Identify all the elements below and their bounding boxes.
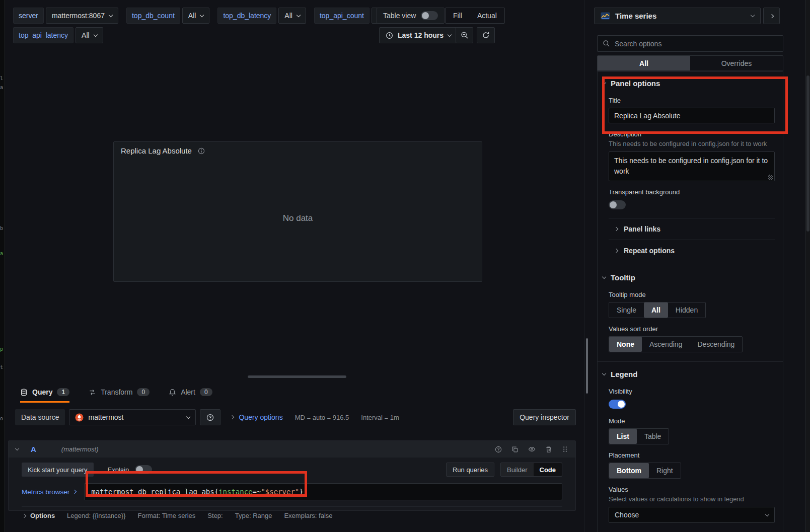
drag-grip-icon[interactable] xyxy=(562,446,568,452)
grafana-panel-editor: l a b a p t o server mattermost:8067 top… xyxy=(0,0,810,532)
table-view-switch[interactable] xyxy=(421,11,438,20)
chevron-down-icon xyxy=(751,13,755,17)
zoom-out-button[interactable] xyxy=(456,27,473,43)
query-editor-card: A (mattermost) xyxy=(8,440,576,511)
code-option[interactable]: Code xyxy=(534,463,562,476)
legend-mode-list[interactable]: List xyxy=(609,429,637,444)
options-search-input[interactable] xyxy=(615,40,778,48)
transform-count-badge: 0 xyxy=(137,388,150,396)
fill-actual-group: Fill Actual xyxy=(445,8,505,24)
query-expression-row: Metrics browser mattermost_db_replica_la… xyxy=(22,483,562,500)
chevron-down-icon xyxy=(186,414,190,418)
tab-alert[interactable]: Alert 0 xyxy=(169,386,212,403)
variable-top-db-latency-value-dropdown[interactable]: All xyxy=(278,8,306,24)
transparent-background-switch[interactable] xyxy=(609,200,626,209)
query-options-toggle[interactable]: Query options MD = auto = 916.5 Interval… xyxy=(231,413,399,421)
datasource-row: Data source mattermost Query options MD … xyxy=(15,409,576,425)
panel-options-header[interactable]: Panel options xyxy=(601,71,775,90)
transform-icon xyxy=(89,389,96,396)
edge-glyph: b xyxy=(0,225,3,231)
dashboard-variables-row-2: top_api_latency All xyxy=(13,27,103,43)
datasource-picker[interactable]: mattermost xyxy=(69,409,196,425)
question-circle-icon xyxy=(206,414,214,421)
sort-descending[interactable]: Descending xyxy=(690,337,742,352)
run-queries-button[interactable]: Run queries xyxy=(446,463,494,477)
collapse-chevron-icon[interactable] xyxy=(15,446,19,450)
actual-button[interactable]: Actual xyxy=(470,8,504,23)
legend-mode-table[interactable]: Table xyxy=(637,429,669,444)
variable-top-api-count-label[interactable]: top_api_count xyxy=(314,8,370,24)
placement-bottom[interactable]: Bottom xyxy=(609,463,649,478)
tooltip-mode-single[interactable]: Single xyxy=(609,302,644,318)
sort-none[interactable]: None xyxy=(609,337,642,352)
editor-resize-handle[interactable] xyxy=(248,375,346,378)
title-label: Title xyxy=(609,97,775,104)
tab-query[interactable]: Query 1 xyxy=(20,386,69,403)
legend-visibility-switch[interactable] xyxy=(609,400,626,409)
placement-right[interactable]: Right xyxy=(649,463,681,478)
time-range-picker[interactable]: Last 12 hours xyxy=(379,27,458,43)
variable-top-api-latency-label[interactable]: top_api_latency xyxy=(13,27,73,43)
edge-glyph: p xyxy=(0,346,3,352)
variable-top-db-count-value-dropdown[interactable]: All xyxy=(182,8,210,24)
eye-icon[interactable] xyxy=(528,445,536,453)
sort-ascending[interactable]: Ascending xyxy=(642,337,690,352)
table-view-toggle[interactable]: Table view xyxy=(377,8,445,24)
search-icon xyxy=(603,40,610,47)
tooltip-mode-hidden[interactable]: Hidden xyxy=(668,302,705,318)
tab-transform[interactable]: Transform 0 xyxy=(89,386,150,403)
datasource-help-button[interactable] xyxy=(200,409,220,425)
legend-values-label: Values xyxy=(609,486,775,493)
info-icon[interactable] xyxy=(198,147,205,155)
duplicate-icon[interactable] xyxy=(511,446,519,453)
fill-button[interactable]: Fill xyxy=(446,8,470,23)
variable-top-db-count-label[interactable]: top_db_count xyxy=(126,8,180,24)
legend-header[interactable]: Legend xyxy=(601,362,775,381)
variable-top-db-count: top_db_count All xyxy=(126,8,209,24)
repeat-options-row[interactable]: Repeat options xyxy=(609,240,775,256)
clock-icon xyxy=(386,32,393,39)
chevron-right-icon xyxy=(614,249,618,253)
panel-header[interactable]: Replica Lag Absolute xyxy=(114,142,482,160)
option-format: Format: Time series xyxy=(138,512,196,519)
help-circle-icon[interactable] xyxy=(495,446,502,453)
variable-server-label: server xyxy=(13,8,44,24)
query-inspector-button[interactable]: Query inspector xyxy=(513,409,576,425)
options-search[interactable] xyxy=(597,35,783,52)
chevron-right-icon xyxy=(230,415,234,419)
no-data-text: No data xyxy=(114,213,482,223)
legend-visibility-label: Visibility xyxy=(609,388,775,395)
refresh-button[interactable] xyxy=(477,27,495,43)
variable-top-api-latency-value-dropdown[interactable]: All xyxy=(76,27,103,43)
textarea-resize-grip[interactable] xyxy=(768,175,773,180)
explain-switch[interactable] xyxy=(135,465,152,474)
chevron-right-icon xyxy=(72,490,77,494)
tooltip-mode-all[interactable]: All xyxy=(644,302,668,318)
variable-server-value-dropdown[interactable]: mattermost:8067 xyxy=(46,8,118,24)
kick-start-query-button[interactable]: Kick start your query xyxy=(22,463,94,477)
metrics-browser-link[interactable]: Metrics browser xyxy=(22,488,76,496)
zoom-out-icon xyxy=(461,31,469,39)
query-row-header[interactable]: A (mattermost) xyxy=(9,441,575,458)
variable-top-db-latency: top_db_latency All xyxy=(217,8,306,24)
edge-glyph: t xyxy=(0,364,3,370)
panel-title-input[interactable] xyxy=(609,108,775,123)
visualization-picker[interactable]: Time series xyxy=(594,8,761,24)
options-pane-scrollbar[interactable] xyxy=(586,338,588,394)
query-expression-input[interactable]: mattermost_db_replica_lag_abs{instance=~… xyxy=(84,483,562,500)
tab-all-options[interactable]: All xyxy=(598,56,690,71)
tab-overrides[interactable]: Overrides xyxy=(690,56,783,71)
builder-option[interactable]: Builder xyxy=(501,463,533,476)
page-scrollbar-thumb[interactable] xyxy=(806,75,809,232)
options-toggle[interactable]: Options xyxy=(23,512,55,519)
trash-icon[interactable] xyxy=(545,446,552,453)
legend-values-help: Select values or calculations to show in… xyxy=(609,495,775,503)
legend-values-select[interactable]: Choose xyxy=(609,507,775,523)
variable-top-db-latency-label[interactable]: top_db_latency xyxy=(217,8,276,24)
panel-links-row[interactable]: Panel links xyxy=(609,218,775,240)
panel-description-textarea[interactable]: This needs to be configured in config.js… xyxy=(609,152,774,181)
tooltip-header[interactable]: Tooltip xyxy=(601,265,775,284)
chevron-down-icon xyxy=(765,512,769,516)
time-series-icon xyxy=(601,12,610,20)
pane-collapse-button[interactable] xyxy=(763,8,780,24)
